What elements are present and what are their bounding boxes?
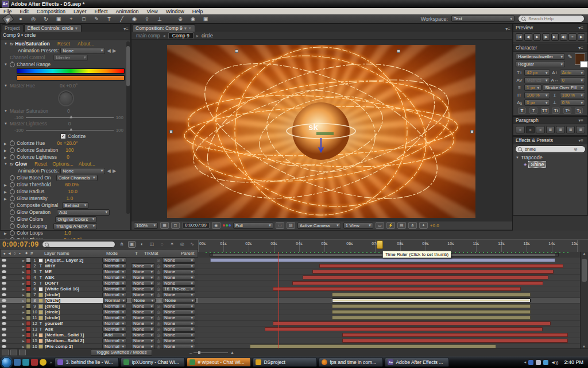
horizontal-scale-dropdown[interactable]: 100 %: [560, 92, 586, 98]
parent-dropdown[interactable]: None: [162, 275, 195, 280]
label-color-chip[interactable]: [26, 263, 31, 269]
eye-icon[interactable]: [2, 299, 6, 302]
trkmat-dropdown[interactable]: None: [131, 292, 155, 297]
quick-launch-desktop-icon[interactable]: [14, 359, 21, 366]
frame-blend-icon[interactable]: ◫: [148, 241, 156, 248]
expander-icon[interactable]: ▶: [21, 334, 26, 337]
eye-icon[interactable]: [2, 270, 6, 273]
stroke-mode-dropdown[interactable]: Stroke Over Fill: [543, 85, 585, 91]
zoom-out-icon[interactable]: –: [189, 350, 192, 355]
preset-prev-icon[interactable]: ◀: [107, 48, 111, 53]
trkmat-dropdown[interactable]: None: [131, 269, 155, 274]
reset-link[interactable]: Reset: [57, 41, 70, 47]
expander-icon[interactable]: ▶: [21, 288, 26, 291]
timeline-search[interactable]: [42, 241, 115, 248]
tab-project[interactable]: Project: [2, 24, 24, 32]
panel-menu-icon[interactable]: ▾≡: [123, 26, 130, 32]
layer-duration-bar[interactable]: [332, 316, 531, 320]
exposure-value[interactable]: +0.0: [430, 223, 439, 228]
pickwhip-icon[interactable]: ◎: [155, 310, 162, 315]
stopwatch-icon[interactable]: [10, 189, 15, 194]
label-color-chip[interactable]: [26, 258, 31, 263]
tray-expand-icon[interactable]: ◂: [524, 360, 527, 365]
taskbar-button-after-effects[interactable]: AeAdobe After Effects ...: [385, 358, 449, 367]
hide-shy-icon[interactable]: ◐: [138, 241, 146, 248]
layer-duration-bar[interactable]: [250, 344, 496, 348]
label-color-chip[interactable]: [26, 292, 31, 297]
trkmat-dropdown[interactable]: None: [131, 275, 155, 280]
collapse-icon[interactable]: ▼: [4, 162, 8, 166]
quick-launch-overflow-icon[interactable]: »: [49, 360, 52, 365]
expander-icon[interactable]: ▶: [21, 282, 26, 285]
color-loops-value[interactable]: 1.0: [64, 230, 71, 236]
expander-icon[interactable]: ▶: [21, 322, 26, 325]
selection-handle[interactable]: [235, 49, 238, 53]
effect-title[interactable]: Glow: [15, 161, 27, 167]
panel-menu-icon[interactable]: ▾≡: [505, 26, 512, 32]
pickwhip-icon[interactable]: ◎: [155, 327, 162, 332]
composite-original-dropdown[interactable]: Behind: [62, 202, 88, 209]
layer-duration-bar[interactable]: [303, 275, 548, 279]
layer-duration-bar-selected[interactable]: [332, 298, 531, 302]
crumb-next[interactable]: circle: [202, 33, 213, 39]
mode-dropdown[interactable]: Normal: [102, 292, 126, 297]
layer-name[interactable]: ASK: [45, 275, 102, 280]
start-button[interactable]: [1, 357, 12, 368]
faux-bold-button[interactable]: T: [518, 108, 526, 114]
layer-name[interactable]: [Pre-comp 1]: [45, 344, 102, 348]
table-row[interactable]: ▶5TDON'TNormalNone◎None: [0, 281, 198, 286]
camera-dropdown[interactable]: Active Camera: [297, 223, 341, 229]
label-color-chip[interactable]: [26, 281, 31, 286]
stopwatch-icon[interactable]: [10, 182, 15, 187]
prev-frame-button[interactable]: ◀|: [524, 33, 532, 41]
number-column-header[interactable]: #: [30, 251, 38, 256]
pickwhip-icon[interactable]: ◎: [155, 339, 162, 343]
stopwatch-icon[interactable]: [10, 175, 15, 181]
preview-panel-title[interactable]: Preview: [516, 25, 533, 30]
table-row[interactable]: ▶16[Pre-comp 1]NormalNone◎None: [0, 344, 198, 348]
hand-tool-icon[interactable]: ●: [16, 15, 25, 23]
viewport-timecode[interactable]: 0:00:07:09: [182, 222, 210, 229]
eye-icon[interactable]: [2, 310, 6, 313]
crumb-current[interactable]: Comp 9: [168, 32, 194, 39]
puppet-tool-icon[interactable]: ⊥: [155, 15, 164, 23]
motion-blur-icon[interactable]: ◌: [158, 241, 166, 248]
expander-icon[interactable]: ▶: [21, 259, 26, 262]
layer-duration-bar[interactable]: [273, 287, 521, 291]
quick-launch-chat-icon[interactable]: [22, 359, 29, 366]
trkmat-dropdown[interactable]: None: [131, 338, 155, 343]
layer-name[interactable]: [circle]: [45, 309, 102, 315]
eraser-tool-icon[interactable]: ◊: [142, 15, 152, 23]
label-color-chip[interactable]: [26, 304, 31, 309]
parent-dropdown[interactable]: None: [162, 258, 195, 263]
help-search[interactable]: [518, 15, 585, 22]
table-row[interactable]: ▶7[circle]NormalNone◎None: [0, 292, 198, 298]
all-caps-button[interactable]: TT: [541, 108, 549, 114]
layer-name[interactable]: [circle]: [45, 298, 103, 303]
expander-icon[interactable]: ▶: [21, 299, 26, 302]
small-caps-button[interactable]: Tt: [552, 108, 560, 114]
tracking-dropdown[interactable]: 0: [560, 77, 586, 83]
table-row[interactable]: ▶2TWHYNormalNone◎None: [0, 263, 198, 269]
timeline-scrollbar[interactable]: ▲▼: [580, 252, 588, 348]
label-color-chip[interactable]: [26, 327, 31, 332]
parent-dropdown[interactable]: None: [162, 332, 195, 338]
mode-column-header[interactable]: Mode: [106, 251, 135, 256]
quick-launch-messenger-icon[interactable]: [40, 359, 47, 366]
menu-window[interactable]: Window: [166, 9, 184, 14]
effects-search[interactable]: ⊗: [515, 145, 586, 153]
font-size-dropdown[interactable]: 42 px: [524, 70, 550, 76]
table-row[interactable]: ▶11[circle]NormalNone◎None: [0, 315, 198, 321]
selection-handle[interactable]: [169, 130, 173, 133]
layer-duration-bar[interactable]: [332, 304, 531, 308]
timeline-zoom-control[interactable]: –▲: [189, 350, 234, 355]
about-link[interactable]: About...: [78, 41, 94, 47]
workspace-dropdown[interactable]: Text: [451, 16, 514, 22]
expand-transfer-icon[interactable]: [19, 350, 26, 355]
eye-icon[interactable]: [2, 282, 6, 285]
eye-icon[interactable]: [2, 328, 6, 331]
mode-dropdown[interactable]: Normal: [102, 304, 126, 309]
mode-dropdown[interactable]: Normal: [102, 269, 126, 274]
glow-operation-dropdown[interactable]: Add: [57, 209, 110, 216]
font-family-dropdown[interactable]: Haettenschweiler: [516, 53, 565, 60]
